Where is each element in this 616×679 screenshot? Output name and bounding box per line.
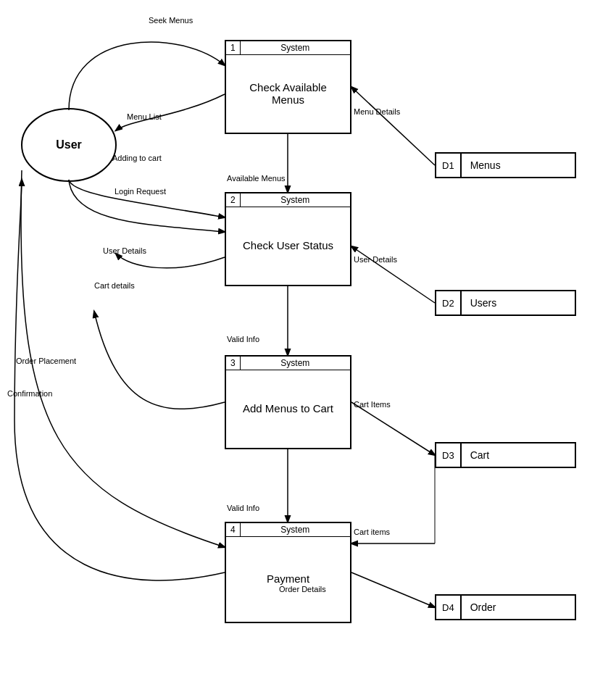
process-2-body: Check User Status (226, 207, 350, 283)
dfd-diagram: User (0, 0, 616, 679)
process-3-header: 3 System (226, 357, 350, 370)
process-4-label: Payment (267, 572, 309, 585)
label-menu-details: Menu Details (354, 107, 400, 116)
process-2-num: 2 (226, 193, 241, 207)
datastore-d4-id: D4 (436, 596, 462, 619)
datastore-d3-label: Cart (462, 443, 498, 467)
process-1-num: 1 (226, 41, 241, 54)
process-1-header: 1 System (226, 41, 350, 55)
process-3-body: Add Menus to Cart (226, 370, 350, 446)
process-4-sys: System (241, 523, 350, 536)
process-3-label: Add Menus to Cart (243, 402, 333, 415)
process-2: 2 System Check User Status (225, 192, 351, 286)
process-1: 1 System Check AvailableMenus (225, 40, 351, 134)
process-2-sys: System (241, 193, 350, 207)
label-cart-details: Cart details (94, 281, 135, 290)
label-confirmation: Confirmation (7, 389, 52, 398)
process-2-label: Check User Status (243, 239, 333, 251)
process-1-body: Check AvailableMenus (226, 55, 350, 131)
datastore-d3: D3 Cart (435, 442, 576, 468)
label-valid-info-1: Valid Info (227, 335, 259, 343)
datastore-d1-label: Menus (462, 154, 509, 177)
process-2-header: 2 System (226, 193, 350, 207)
label-seek-menus: Seek Menus (149, 16, 193, 25)
label-cart-items-2: Cart items (354, 528, 390, 536)
process-4-body: Payment (226, 537, 350, 620)
label-available-menus: Available Menus (227, 174, 286, 183)
label-login-request: Login Request (115, 187, 166, 196)
svg-line-5 (351, 87, 435, 165)
datastore-d2-label: Users (462, 291, 506, 314)
process-4-num: 4 (226, 523, 241, 536)
label-adding-to-cart: Adding to cart (112, 154, 162, 162)
datastore-d2-id: D2 (436, 291, 462, 314)
datastore-d1: D1 Menus (435, 152, 576, 178)
svg-text:User: User (56, 138, 82, 151)
datastore-d4-label: Order (462, 596, 505, 619)
process-3-num: 3 (226, 357, 241, 370)
datastore-d2: D2 Users (435, 290, 576, 316)
datastore-d4: D4 Order (435, 594, 576, 620)
process-3: 3 System Add Menus to Cart (225, 355, 351, 449)
label-user-details-left: User Details (103, 246, 146, 255)
label-cart-items: Cart Items (354, 400, 391, 409)
label-valid-info-2: Valid Info (227, 504, 259, 512)
process-4-header: 4 System (226, 523, 350, 537)
label-menu-list: Menu List (127, 112, 162, 121)
process-1-sys: System (241, 41, 350, 54)
process-4: 4 System Payment (225, 522, 351, 623)
process-1-label: Check AvailableMenus (249, 81, 326, 106)
process-3-sys: System (241, 357, 350, 370)
datastore-d1-id: D1 (436, 154, 462, 177)
svg-point-0 (22, 109, 116, 181)
label-order-placement: Order Placement (16, 357, 76, 365)
label-order-details: Order Details (279, 585, 326, 593)
svg-line-10 (351, 572, 435, 607)
label-user-details-right: User Details (354, 255, 397, 264)
svg-line-7 (351, 402, 435, 455)
datastore-d3-id: D3 (436, 443, 462, 467)
